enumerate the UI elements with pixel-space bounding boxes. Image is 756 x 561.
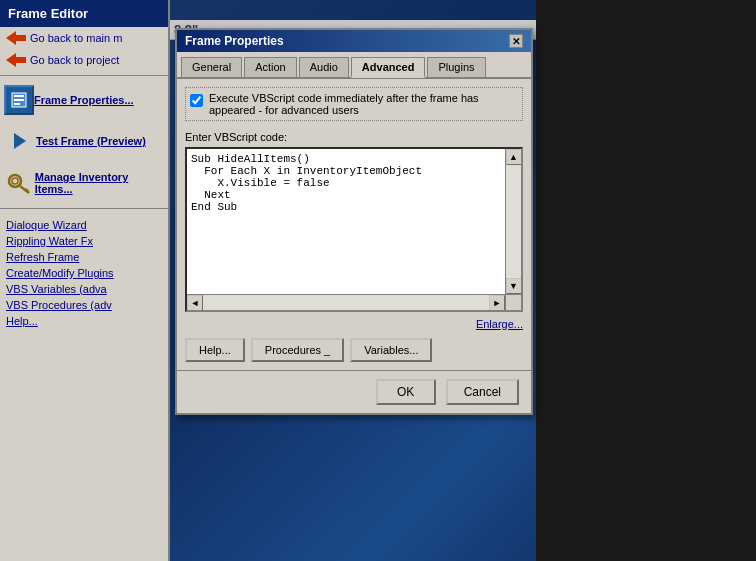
- checkbox-row: Execute VBScript code immediately after …: [185, 87, 523, 121]
- script-label: Enter VBScript code:: [185, 131, 523, 143]
- sidebar-title: Frame Editor: [0, 0, 168, 27]
- scroll-down-button[interactable]: ▼: [506, 278, 522, 294]
- cancel-button[interactable]: Cancel: [446, 379, 519, 405]
- tab-plugins[interactable]: Plugins: [427, 57, 485, 78]
- sidebar-links: Dialoque Wizard Rippling Water Fx Refres…: [0, 213, 168, 333]
- dialog-titlebar: Frame Properties ✕: [177, 30, 531, 52]
- sidebar-link-vbs-vars[interactable]: VBS Variables (adva: [6, 281, 162, 297]
- variables-button[interactable]: Variables...: [350, 338, 432, 362]
- tab-audio[interactable]: Audio: [299, 57, 349, 78]
- test-frame-btn[interactable]: Test Frame (Preview): [0, 120, 168, 162]
- divider-1: [0, 75, 168, 76]
- dialog-content: Execute VBScript code immediately after …: [177, 79, 531, 370]
- frame-properties-dialog: Frame Properties ✕ General Action Audio …: [175, 28, 533, 415]
- scroll-corner: [505, 294, 521, 310]
- sidebar-link-dialogue[interactable]: Dialoque Wizard: [6, 217, 162, 233]
- sidebar-link-rippling[interactable]: Rippling Water Fx: [6, 233, 162, 249]
- back-arrow-icon: [6, 31, 26, 45]
- sidebar-link-vbs-procs[interactable]: VBS Procedures (adv: [6, 297, 162, 313]
- scroll-track-v[interactable]: [506, 165, 521, 278]
- dialog-tabs: General Action Audio Advanced Plugins: [177, 52, 531, 79]
- nav-back-project[interactable]: Go back to project: [0, 49, 168, 71]
- svg-point-7: [12, 178, 18, 184]
- frame-properties-btn[interactable]: Frame Properties...: [0, 80, 168, 120]
- scrollbar-horizontal: ◄ ►: [187, 294, 505, 310]
- sidebar-link-help[interactable]: Help...: [6, 313, 162, 329]
- scroll-right-button[interactable]: ►: [489, 295, 505, 311]
- nav-back-main[interactable]: Go back to main m: [0, 27, 168, 49]
- enlarge-link[interactable]: Enlarge...: [476, 318, 523, 330]
- execute-vbscript-checkbox[interactable]: [190, 94, 203, 107]
- sidebar-link-plugins[interactable]: Create/Modify Plugins: [6, 265, 162, 281]
- script-textarea[interactable]: Sub HideAllItems() For Each X in Invento…: [187, 149, 505, 310]
- scroll-left-button[interactable]: ◄: [187, 295, 203, 311]
- tab-advanced[interactable]: Advanced: [351, 57, 426, 78]
- sidebar-link-refresh[interactable]: Refresh Frame: [6, 249, 162, 265]
- dialog-title: Frame Properties: [185, 34, 284, 48]
- scroll-up-button[interactable]: ▲: [506, 149, 522, 165]
- tab-action[interactable]: Action: [244, 57, 297, 78]
- svg-marker-1: [6, 53, 26, 67]
- scroll-track-h[interactable]: [203, 295, 489, 310]
- manage-inventory-label: Manage Inventory Items...: [35, 171, 164, 195]
- key-icon: [4, 167, 35, 199]
- play-icon: [4, 125, 36, 157]
- nav-back-project-label: Go back to project: [30, 54, 119, 66]
- test-frame-label: Test Frame (Preview): [36, 135, 146, 147]
- divider-2: [0, 208, 168, 209]
- nav-back-main-label: Go back to main m: [30, 32, 122, 44]
- help-button[interactable]: Help...: [185, 338, 245, 362]
- sidebar: Frame Editor Go back to main m Go back t…: [0, 0, 170, 561]
- dialog-close-button[interactable]: ✕: [509, 34, 523, 48]
- enlarge-link-container: Enlarge...: [185, 318, 523, 330]
- properties-icon: [4, 85, 34, 115]
- frame-properties-label: Frame Properties...: [34, 94, 134, 106]
- back-arrow-icon-2: [6, 53, 26, 67]
- svg-point-6: [9, 175, 21, 187]
- scrollbar-vertical: ▲ ▼: [505, 149, 521, 294]
- dialog-action-buttons: Help... Procedures _ Variables...: [185, 338, 523, 362]
- svg-rect-5: [14, 103, 20, 105]
- checkbox-label: Execute VBScript code immediately after …: [209, 92, 518, 116]
- svg-rect-3: [14, 95, 24, 97]
- procedures-button[interactable]: Procedures _: [251, 338, 344, 362]
- tab-general[interactable]: General: [181, 57, 242, 78]
- script-editor-container: Sub HideAllItems() For Each X in Invento…: [185, 147, 523, 312]
- manage-inventory-btn[interactable]: Manage Inventory Items...: [0, 162, 168, 204]
- svg-rect-4: [14, 99, 24, 101]
- svg-marker-0: [6, 31, 26, 45]
- right-panel: [536, 0, 756, 561]
- ok-button[interactable]: OK: [376, 379, 436, 405]
- dialog-footer: OK Cancel: [177, 370, 531, 413]
